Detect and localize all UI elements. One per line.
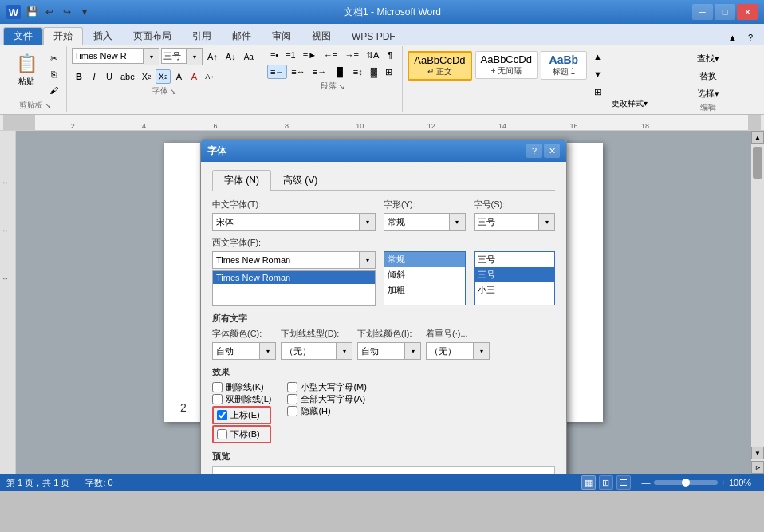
double-strikethrough-checkbox[interactable] bbox=[212, 394, 223, 404]
size-list[interactable]: 三号 三号 小三 bbox=[474, 251, 556, 305]
redo-btn[interactable]: ↪ bbox=[59, 4, 75, 20]
emphasis-dropdown[interactable]: ▾ bbox=[474, 342, 490, 360]
decrease-indent-btn[interactable]: ←≡ bbox=[321, 48, 341, 62]
sort-btn[interactable]: ⇅A bbox=[363, 48, 382, 62]
strikethrough-btn[interactable]: abc bbox=[117, 69, 138, 84]
font-size-dropdown[interactable]: ▾ bbox=[187, 48, 203, 65]
restore-btn[interactable]: □ bbox=[715, 4, 735, 20]
close-btn[interactable]: ✕ bbox=[737, 4, 758, 20]
next-page-btn[interactable]: ⊳ bbox=[751, 461, 764, 474]
align-left-btn[interactable]: ≡← bbox=[267, 65, 287, 79]
bold-btn[interactable]: B bbox=[72, 69, 86, 84]
bullets-btn[interactable]: ≡• bbox=[267, 48, 282, 62]
font-size-input[interactable] bbox=[161, 48, 187, 64]
font-name-input[interactable] bbox=[72, 48, 144, 64]
underline-color-dropdown[interactable]: ▾ bbox=[405, 342, 421, 360]
font-color-dropdown[interactable]: ▾ bbox=[260, 342, 276, 360]
qa-dropdown-btn[interactable]: ▾ bbox=[77, 4, 93, 20]
scroll-thumb[interactable] bbox=[753, 147, 762, 179]
increase-indent-btn[interactable]: →≡ bbox=[341, 48, 361, 62]
print-layout-btn[interactable]: ▦ bbox=[581, 475, 596, 490]
border-btn[interactable]: ⊞ bbox=[382, 65, 396, 79]
vertical-scrollbar[interactable]: ▲ ▼ ⊳ bbox=[751, 131, 764, 474]
font-color-input[interactable] bbox=[212, 342, 260, 360]
format-painter-btn[interactable]: 🖌 bbox=[46, 83, 61, 97]
align-center-btn[interactable]: ≡↔ bbox=[288, 65, 308, 79]
zoom-slider[interactable] bbox=[654, 480, 718, 485]
zoom-out-icon[interactable]: — bbox=[642, 478, 651, 487]
tab-review[interactable]: 审阅 bbox=[262, 27, 301, 45]
tab-insert[interactable]: 插入 bbox=[83, 27, 123, 45]
tab-view[interactable]: 视图 bbox=[301, 27, 341, 45]
outline-btn[interactable]: ≡► bbox=[300, 48, 320, 62]
chinese-font-dropdown[interactable]: ▾ bbox=[360, 213, 376, 231]
zoom-slider-thumb[interactable] bbox=[682, 479, 690, 487]
web-layout-btn[interactable]: ⊞ bbox=[599, 475, 613, 490]
styles-expand[interactable]: ⊞ bbox=[590, 85, 605, 99]
ribbon-collapse-btn[interactable]: ▲ bbox=[725, 30, 740, 45]
underline-dropdown[interactable]: ▾ bbox=[337, 342, 352, 360]
tab-home[interactable]: 开始 bbox=[43, 27, 83, 45]
scroll-down-btn[interactable]: ▼ bbox=[751, 447, 764, 459]
styles-scroll-up[interactable]: ▲ bbox=[590, 49, 605, 64]
font-name-dropdown[interactable]: ▾ bbox=[144, 48, 159, 65]
underline-input[interactable] bbox=[281, 342, 337, 360]
western-font-dropdown[interactable]: ▾ bbox=[360, 251, 376, 269]
styles-scroll-down[interactable]: ▼ bbox=[590, 67, 605, 81]
tab-font[interactable]: 字体 (N) bbox=[212, 170, 271, 191]
scroll-up-btn[interactable]: ▲ bbox=[751, 131, 764, 144]
highlight-btn[interactable]: A bbox=[171, 69, 186, 84]
help-btn[interactable]: ? bbox=[743, 30, 758, 45]
strikethrough-checkbox[interactable] bbox=[212, 382, 223, 392]
all-caps-checkbox[interactable] bbox=[287, 394, 297, 404]
numbering-btn[interactable]: ≡1 bbox=[282, 48, 299, 62]
underline-color-input[interactable] bbox=[357, 342, 405, 360]
justify-btn[interactable]: ▐▌ bbox=[330, 65, 349, 79]
style-dropdown[interactable]: ▾ bbox=[450, 213, 466, 231]
italic-btn[interactable]: I bbox=[87, 69, 101, 84]
replace-btn[interactable]: 替换 bbox=[694, 69, 723, 83]
size-dropdown[interactable]: ▾ bbox=[539, 213, 555, 231]
paste-btn[interactable]: 📋 粘贴 bbox=[8, 48, 45, 93]
clipboard-expand-icon[interactable]: ↘ bbox=[45, 101, 51, 110]
size-item-2[interactable]: 三号 bbox=[475, 267, 555, 282]
zoom-in-icon[interactable]: + bbox=[721, 478, 726, 487]
style-heading1[interactable]: AaBb 标题 1 bbox=[541, 51, 587, 80]
copy-btn[interactable]: ⎘ bbox=[46, 67, 61, 81]
superscript-btn[interactable]: X2 bbox=[156, 69, 171, 84]
size-input[interactable] bbox=[474, 213, 540, 231]
tab-advanced[interactable]: 高级 (V) bbox=[271, 170, 329, 191]
increase-font-btn[interactable]: A↑ bbox=[204, 49, 221, 65]
superscript-checkbox[interactable] bbox=[217, 410, 227, 420]
shading-btn[interactable]: ▓ bbox=[367, 65, 381, 79]
size-item-1[interactable]: 三号 bbox=[475, 252, 555, 267]
emphasis-input[interactable] bbox=[426, 342, 474, 360]
style-item-normal[interactable]: 常规 bbox=[384, 252, 465, 267]
chinese-font-input[interactable] bbox=[212, 213, 360, 231]
style-list[interactable]: 常规 倾斜 加粗 bbox=[384, 251, 466, 305]
hidden-checkbox[interactable] bbox=[287, 406, 297, 416]
western-font-item-1[interactable]: Times New Roman bbox=[213, 271, 375, 284]
cut-btn[interactable]: ✂ bbox=[46, 51, 61, 65]
change-styles-btn[interactable]: 更改样式▾ bbox=[608, 97, 651, 111]
draft-btn[interactable]: ☰ bbox=[616, 475, 631, 490]
clear-format-btn[interactable]: Aa bbox=[241, 49, 257, 65]
tab-mailings[interactable]: 邮件 bbox=[222, 27, 262, 45]
tab-references[interactable]: 引用 bbox=[182, 27, 222, 45]
zoom-level[interactable]: 100% bbox=[729, 478, 758, 487]
style-item-bold[interactable]: 加粗 bbox=[384, 282, 465, 298]
style-no-spacing[interactable]: AaBbCcDd + 无间隔 bbox=[475, 51, 538, 79]
underline-btn[interactable]: U bbox=[102, 69, 116, 84]
dialog-help-btn[interactable]: ? bbox=[526, 144, 542, 158]
tab-page-layout[interactable]: 页面布局 bbox=[123, 27, 182, 45]
save-btn[interactable]: 💾 bbox=[24, 4, 40, 20]
line-spacing-btn[interactable]: ≡↕ bbox=[350, 65, 366, 79]
tab-wps[interactable]: WPS PDF bbox=[341, 27, 406, 45]
char-spacing-btn[interactable]: A↔ bbox=[202, 69, 220, 84]
tab-file[interactable]: 文件 bbox=[3, 27, 43, 45]
align-right-btn[interactable]: ≡→ bbox=[309, 65, 329, 79]
decrease-font-btn[interactable]: A↓ bbox=[223, 49, 239, 65]
style-item-italic[interactable]: 倾斜 bbox=[384, 267, 465, 282]
minimize-btn[interactable]: ─ bbox=[692, 4, 713, 20]
find-btn[interactable]: 查找▾ bbox=[691, 51, 725, 65]
